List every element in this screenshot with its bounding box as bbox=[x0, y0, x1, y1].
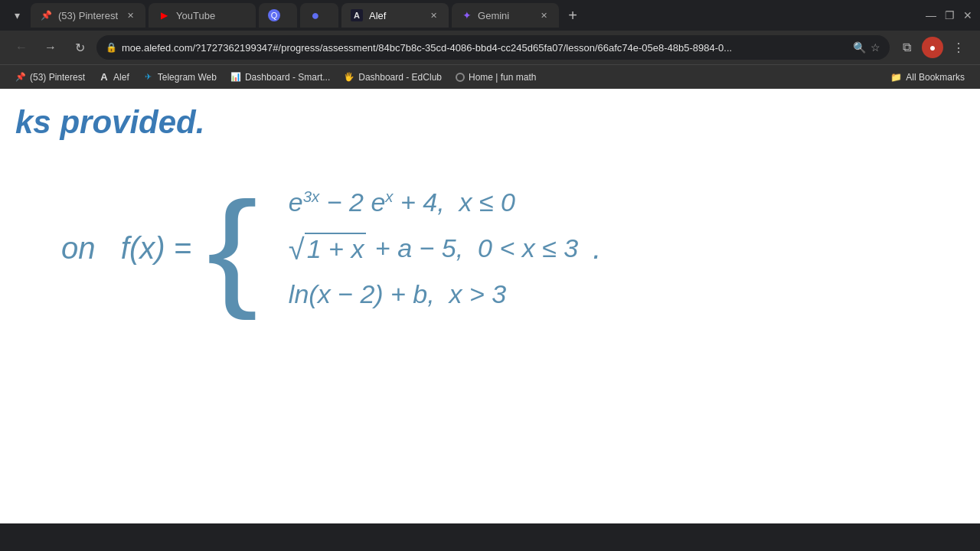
address-icons: 🔍 ☆ bbox=[853, 41, 880, 54]
bookmark-dashboard-edclub-label: Dashboard - EdClub bbox=[358, 72, 442, 83]
tab-gemini-close[interactable]: ✕ bbox=[537, 9, 550, 21]
all-bookmarks-button[interactable]: 📁 All Bookmarks bbox=[884, 68, 971, 86]
tab-gemini[interactable]: ✦ Gemini ✕ bbox=[452, 3, 559, 28]
youtube-favicon: ▶ bbox=[158, 9, 170, 21]
pinterest-bm-icon: 📌 bbox=[15, 72, 26, 83]
bookmark-alef[interactable]: A Alef bbox=[93, 68, 136, 86]
reload-button[interactable]: ↻ bbox=[67, 35, 92, 60]
maximize-button[interactable]: ❐ bbox=[943, 9, 956, 21]
tab-youtube[interactable]: ▶ YouTube bbox=[149, 3, 256, 28]
alef-bm-icon: A bbox=[99, 72, 109, 83]
tab-alef[interactable]: A Alef ✕ bbox=[341, 3, 449, 28]
toolbar-icons: ⧉ ● ⋮ bbox=[894, 35, 971, 60]
circle-favicon: ● bbox=[309, 9, 322, 21]
home-funmath-bm-icon bbox=[456, 73, 465, 82]
bookmark-dashboard-edclub[interactable]: 🖐 Dashboard - EdClub bbox=[338, 68, 448, 86]
tab-alef-close[interactable]: ✕ bbox=[427, 9, 439, 21]
address-bar[interactable]: 🔒 moe.alefed.com/?1727362199347#/progres… bbox=[96, 35, 890, 60]
case-row-2: √ 1 + x + a − 5, 0 < x ≤ 3 . bbox=[289, 231, 602, 266]
bookmark-pinterest[interactable]: 📌 (53) Pinterest bbox=[9, 68, 91, 86]
page-heading: ks provided. bbox=[15, 104, 949, 141]
tab-pinterest[interactable]: 📌 (53) Pinterest ✕ bbox=[31, 3, 145, 28]
new-tab-button[interactable]: + bbox=[562, 5, 583, 26]
bookmark-dashboard-smart[interactable]: 📊 Dashboard - Smart... bbox=[224, 68, 336, 86]
title-bar: ▾ 📌 (53) Pinterest ✕ ▶ YouTube Q ● A Ale… bbox=[0, 0, 980, 31]
close-button[interactable]: ✕ bbox=[962, 9, 974, 21]
bookmark-alef-label: Alef bbox=[113, 72, 129, 83]
sqrt-expression: √ 1 + x bbox=[289, 233, 367, 264]
sqrt-sign: √ bbox=[289, 235, 305, 264]
case-row-1: e3x − 2 ex + 4, x ≤ 0 bbox=[289, 187, 602, 217]
dashboard-edclub-bm-icon: 🖐 bbox=[344, 72, 354, 83]
bookmark-pinterest-label: (53) Pinterest bbox=[30, 72, 85, 83]
url-text: moe.alefed.com/?1727362199347#/progress/… bbox=[122, 42, 848, 54]
tab-gemini-label: Gemini bbox=[478, 10, 533, 21]
toolbar: ← → ↻ 🔒 moe.alefed.com/?1727362199347#/p… bbox=[0, 31, 980, 64]
star-icon[interactable]: ☆ bbox=[871, 41, 880, 54]
tab-circle[interactable]: ● bbox=[300, 3, 338, 28]
all-bookmarks-icon: 📁 bbox=[890, 72, 902, 83]
tab-q[interactable]: Q bbox=[259, 3, 297, 28]
alef-favicon: A bbox=[351, 9, 363, 21]
menu-icon[interactable]: ⋮ bbox=[946, 35, 971, 60]
q-favicon: Q bbox=[268, 9, 280, 21]
bookmark-telegram[interactable]: ✈ Telegram Web bbox=[137, 68, 223, 86]
forward-button[interactable]: → bbox=[38, 35, 63, 60]
case-row-3: ln(x − 2) + b, x > 3 bbox=[289, 279, 602, 309]
gemini-favicon: ✦ bbox=[461, 9, 473, 21]
bookmark-home-funmath[interactable]: Home | fun math bbox=[449, 68, 543, 86]
bookmark-telegram-label: Telegram Web bbox=[158, 72, 217, 83]
math-container: on f(x) = { e3x − 2 ex + 4, x ≤ 0 √ 1 + … bbox=[15, 164, 949, 324]
piecewise-cases: e3x − 2 ex + 4, x ≤ 0 √ 1 + x + a − 5, 0… bbox=[289, 187, 602, 309]
tab-pinterest-label: (53) Pinterest bbox=[58, 10, 118, 21]
heading-text: ks provided. bbox=[15, 104, 204, 140]
lock-icon: 🔒 bbox=[106, 42, 117, 53]
minimize-button[interactable]: — bbox=[925, 9, 937, 21]
bookmark-dashboard-smart-label: Dashboard - Smart... bbox=[245, 72, 330, 83]
tab-youtube-label: YouTube bbox=[176, 10, 247, 21]
pinterest-favicon: 📌 bbox=[40, 9, 52, 21]
bookmark-home-funmath-label: Home | fun math bbox=[469, 72, 537, 83]
function-label: on f(x) = bbox=[61, 231, 191, 266]
left-brace: { bbox=[207, 183, 258, 313]
tab-pinterest-close[interactable]: ✕ bbox=[124, 9, 136, 21]
profile-icon[interactable]: ● bbox=[922, 37, 943, 58]
all-bookmarks-label: All Bookmarks bbox=[906, 72, 965, 83]
window-controls: — ❐ ✕ bbox=[925, 9, 974, 21]
extensions-icon[interactable]: ⧉ bbox=[894, 35, 919, 60]
dashboard-smart-bm-icon: 📊 bbox=[230, 72, 241, 83]
tab-alef-label: Alef bbox=[369, 10, 421, 21]
period: . bbox=[584, 231, 601, 266]
tab-history-button[interactable]: ▾ bbox=[6, 5, 28, 26]
bookmarks-bar: 📌 (53) Pinterest A Alef ✈ Telegram Web 📊… bbox=[0, 64, 980, 89]
back-button[interactable]: ← bbox=[9, 35, 34, 60]
page-content: ks provided. on f(x) = { e3x − 2 ex + 4,… bbox=[0, 89, 980, 523]
sqrt-content: 1 + x bbox=[305, 233, 367, 264]
telegram-bm-icon: ✈ bbox=[143, 72, 154, 83]
search-icon[interactable]: 🔍 bbox=[853, 41, 866, 54]
